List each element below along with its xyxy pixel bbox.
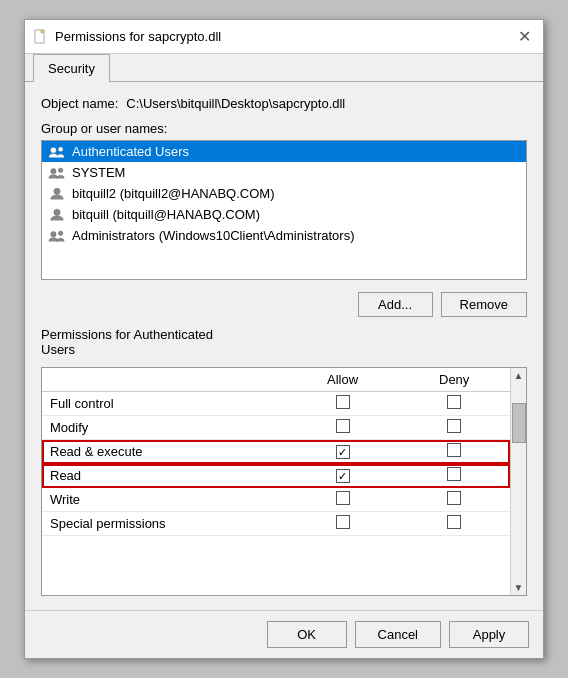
- svg-point-9: [51, 231, 56, 236]
- perm-row-full-control: Full control: [42, 392, 510, 416]
- remove-button[interactable]: Remove: [441, 292, 527, 317]
- user-name-bitquill: bitquill (bitquill@HANABQ.COM): [72, 207, 260, 222]
- deny-checkbox-write[interactable]: [447, 491, 461, 505]
- group-icon-admin: [48, 229, 66, 243]
- svg-point-10: [58, 231, 63, 236]
- permissions-dialog: Permissions for sapcrypto.dll ✕ Security…: [24, 19, 544, 659]
- perm-name-read: Read: [42, 464, 287, 488]
- perm-name-full-control: Full control: [42, 392, 287, 416]
- allow-checkbox-modify[interactable]: [336, 419, 350, 433]
- perm-deny-write[interactable]: [398, 488, 510, 512]
- perm-allow-full-control[interactable]: [287, 392, 399, 416]
- user-item-administrators[interactable]: Administrators (Windows10Client\Administ…: [42, 225, 526, 246]
- dialog-content: Object name: C:\Users\bitquill\Desktop\s…: [25, 82, 543, 610]
- svg-point-7: [54, 188, 60, 194]
- cancel-button[interactable]: Cancel: [355, 621, 441, 648]
- perm-allow-read[interactable]: [287, 464, 399, 488]
- dialog-title: Permissions for sapcrypto.dll: [55, 29, 221, 44]
- perm-allow-special[interactable]: [287, 512, 399, 536]
- perm-row-special: Special permissions: [42, 512, 510, 536]
- group-section: Group or user names: Authenticated Users: [41, 121, 527, 280]
- perm-deny-read[interactable]: [398, 464, 510, 488]
- object-name-row: Object name: C:\Users\bitquill\Desktop\s…: [41, 96, 527, 111]
- svg-point-3: [51, 147, 56, 152]
- perm-name-col-header: [42, 368, 287, 392]
- permissions-title-line1: Permissions for Authenticated: [41, 327, 527, 342]
- table-scroll-container: Allow Deny Full control: [42, 368, 526, 595]
- svg-point-8: [54, 209, 60, 215]
- perm-allow-write[interactable]: [287, 488, 399, 512]
- permissions-title-line2: Users: [41, 342, 527, 357]
- svg-rect-2: [41, 30, 44, 33]
- perm-name-special: Special permissions: [42, 512, 287, 536]
- perm-name-modify: Modify: [42, 416, 287, 440]
- group-section-label: Group or user names:: [41, 121, 527, 136]
- add-button[interactable]: Add...: [358, 292, 433, 317]
- perm-row-read-execute: Read & execute: [42, 440, 510, 464]
- tab-security[interactable]: Security: [33, 54, 110, 82]
- perm-deny-modify[interactable]: [398, 416, 510, 440]
- tabs-bar: Security: [25, 54, 543, 82]
- allow-checkbox-read[interactable]: [336, 469, 350, 483]
- user-action-buttons: Add... Remove: [41, 292, 527, 317]
- group-icon-system: [48, 166, 66, 180]
- file-icon: [33, 29, 49, 45]
- perm-name-write: Write: [42, 488, 287, 512]
- perm-allow-read-execute[interactable]: [287, 440, 399, 464]
- scroll-up-arrow[interactable]: ▲: [512, 368, 526, 383]
- close-button[interactable]: ✕: [513, 26, 535, 48]
- allow-checkbox-write[interactable]: [336, 491, 350, 505]
- title-bar: Permissions for sapcrypto.dll ✕: [25, 20, 543, 54]
- user-item-bitquill[interactable]: bitquill (bitquill@HANABQ.COM): [42, 204, 526, 225]
- user-icon-bitquill: [48, 208, 66, 222]
- ok-button[interactable]: OK: [267, 621, 347, 648]
- scroll-thumb[interactable]: [512, 403, 526, 443]
- svg-point-5: [51, 168, 56, 173]
- user-icon-bitquill2: [48, 187, 66, 201]
- object-name-label: Object name:: [41, 96, 118, 111]
- allow-col-header: Allow: [287, 368, 399, 392]
- user-name-bitquill2: bitquill2 (bitquill2@HANABQ.COM): [72, 186, 274, 201]
- title-bar-left: Permissions for sapcrypto.dll: [33, 29, 221, 45]
- deny-checkbox-full-control[interactable]: [447, 395, 461, 409]
- table-content: Allow Deny Full control: [42, 368, 510, 595]
- perm-deny-full-control[interactable]: [398, 392, 510, 416]
- user-item-system[interactable]: SYSTEM: [42, 162, 526, 183]
- permissions-table: Allow Deny Full control: [42, 368, 510, 536]
- table-scrollbar[interactable]: ▲ ▼: [510, 368, 526, 595]
- perm-name-read-execute: Read & execute: [42, 440, 287, 464]
- user-name-system: SYSTEM: [72, 165, 125, 180]
- user-list[interactable]: Authenticated Users SYSTEM: [41, 140, 527, 280]
- object-name-value: C:\Users\bitquill\Desktop\sapcrypto.dll: [126, 96, 345, 111]
- user-name-administrators: Administrators (Windows10Client\Administ…: [72, 228, 354, 243]
- apply-button[interactable]: Apply: [449, 621, 529, 648]
- deny-checkbox-modify[interactable]: [447, 419, 461, 433]
- user-item-authenticated-users[interactable]: Authenticated Users: [42, 141, 526, 162]
- allow-checkbox-read-execute[interactable]: [336, 445, 350, 459]
- deny-checkbox-read[interactable]: [447, 467, 461, 481]
- perm-deny-special[interactable]: [398, 512, 510, 536]
- permissions-header: Permissions for Authenticated Users: [41, 327, 527, 357]
- permissions-table-wrapper: Allow Deny Full control: [41, 367, 527, 596]
- allow-checkbox-full-control[interactable]: [336, 395, 350, 409]
- scroll-down-arrow[interactable]: ▼: [512, 580, 526, 595]
- perm-deny-read-execute[interactable]: [398, 440, 510, 464]
- dialog-footer: OK Cancel Apply: [25, 610, 543, 658]
- deny-col-header: Deny: [398, 368, 510, 392]
- group-icon: [48, 145, 66, 159]
- allow-checkbox-special[interactable]: [336, 515, 350, 529]
- user-item-bitquill2[interactable]: bitquill2 (bitquill2@HANABQ.COM): [42, 183, 526, 204]
- perm-row-write: Write: [42, 488, 510, 512]
- deny-checkbox-read-execute[interactable]: [447, 443, 461, 457]
- user-name-authenticated-users: Authenticated Users: [72, 144, 189, 159]
- perm-row-modify: Modify: [42, 416, 510, 440]
- deny-checkbox-special[interactable]: [447, 515, 461, 529]
- svg-point-4: [58, 147, 63, 152]
- perm-row-read: Read: [42, 464, 510, 488]
- perm-allow-modify[interactable]: [287, 416, 399, 440]
- svg-point-6: [58, 168, 63, 173]
